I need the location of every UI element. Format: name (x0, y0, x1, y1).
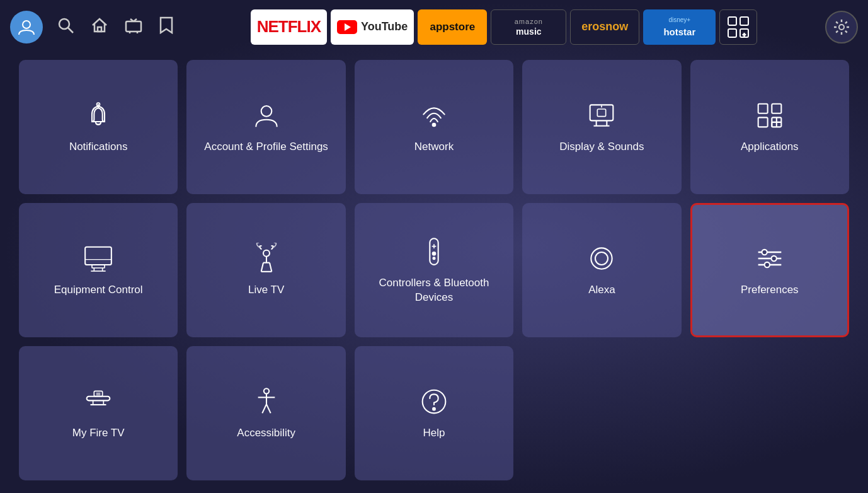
svg-point-0 (23, 21, 30, 28)
svg-rect-24 (598, 109, 606, 117)
svg-rect-26 (758, 104, 767, 113)
avatar[interactable] (10, 11, 43, 44)
amazon-music-bottom-label: music (516, 26, 541, 37)
svg-point-58 (764, 262, 769, 267)
svg-rect-27 (772, 104, 781, 113)
nav-left-icons (10, 11, 176, 44)
accessibility-label: Accessibility (237, 426, 295, 440)
settings-button[interactable] (825, 11, 858, 44)
svg-rect-34 (85, 247, 111, 265)
controllers-bluetooth-label: Controllers & Bluetooth Devices (362, 276, 506, 304)
svg-rect-10 (740, 17, 748, 25)
app-shortcuts: NETFLIX YouTube appstore amazon music er… (191, 9, 816, 45)
tile-alexa[interactable]: Alexa (522, 203, 681, 337)
svg-rect-9 (728, 17, 736, 25)
tile-network[interactable]: Network (355, 60, 513, 194)
top-navigation: NETFLIX YouTube appstore amazon music er… (0, 0, 868, 54)
tile-account-profile[interactable]: Account & Profile Settings (186, 60, 345, 194)
svg-rect-4 (126, 21, 141, 32)
svg-rect-59 (87, 397, 110, 401)
display-icon (586, 100, 617, 131)
hotstar-app-button[interactable]: disney+ hotstar (643, 9, 716, 45)
search-icon[interactable] (54, 14, 77, 40)
tile-preferences[interactable]: Preferences (690, 203, 849, 337)
appstore-app-button[interactable]: appstore (418, 9, 487, 45)
network-label: Network (414, 140, 454, 154)
tile-my-fire-tv[interactable]: My Fire TV (19, 346, 178, 480)
accessibility-icon (251, 386, 282, 417)
tv-icon[interactable] (122, 14, 145, 40)
svg-point-50 (433, 258, 435, 260)
preferences-label: Preferences (741, 283, 799, 297)
svg-rect-28 (758, 118, 767, 127)
bookmark-icon[interactable] (156, 14, 176, 40)
bell-icon (83, 100, 114, 131)
tile-applications[interactable]: Applications (690, 60, 849, 194)
hotstar-brand-label: hotstar (663, 26, 695, 37)
account-profile-label: Account & Profile Settings (204, 140, 328, 154)
more-apps-button[interactable] (719, 9, 757, 45)
help-icon (418, 386, 450, 417)
sliders-icon (754, 243, 785, 274)
svg-rect-63 (94, 392, 103, 397)
person-icon (251, 100, 282, 131)
svg-point-56 (762, 250, 767, 255)
tile-accessibility[interactable]: Accessibility (186, 346, 345, 480)
svg-point-51 (591, 248, 612, 269)
erosnow-label: erosnow (581, 20, 628, 33)
svg-point-18 (261, 106, 271, 117)
svg-point-49 (432, 252, 435, 255)
apps-grid-icon (754, 100, 785, 131)
youtube-app-button[interactable]: YouTube (331, 9, 414, 45)
tile-controllers-bluetooth[interactable]: Controllers & Bluetooth Devices (355, 203, 513, 337)
svg-point-19 (432, 124, 435, 127)
svg-point-72 (433, 408, 435, 410)
youtube-play-icon (337, 20, 357, 34)
tile-notifications[interactable]: Notifications (19, 60, 178, 194)
alexa-label: Alexa (588, 283, 615, 297)
monitor-icon (83, 243, 114, 274)
alexa-icon (586, 243, 617, 274)
svg-point-15 (839, 25, 844, 30)
appstore-label: appstore (430, 21, 475, 33)
youtube-label: YouTube (361, 20, 408, 33)
hotstar-top-label: disney+ (668, 16, 690, 23)
erosnow-app-button[interactable]: erosnow (570, 9, 639, 45)
tile-display-sounds[interactable]: Display & Sounds (522, 60, 681, 194)
notifications-label: Notifications (69, 140, 128, 154)
help-label: Help (423, 426, 445, 440)
svg-line-2 (68, 28, 73, 33)
wifi-icon (418, 100, 450, 131)
empty-slot-1 (522, 346, 681, 480)
amazon-music-top-label: amazon (515, 18, 543, 25)
empty-slot-2 (690, 346, 849, 480)
tile-live-tv[interactable]: Live TV (186, 203, 345, 337)
svg-point-66 (263, 389, 268, 394)
antenna-icon (251, 243, 282, 274)
svg-point-1 (59, 19, 69, 29)
netflix-app-button[interactable]: NETFLIX (251, 9, 327, 45)
svg-line-45 (270, 263, 271, 272)
applications-label: Applications (741, 140, 799, 154)
netflix-label: NETFLIX (257, 17, 321, 37)
fire-tv-settings-screen: NETFLIX YouTube appstore amazon music er… (0, 0, 868, 493)
svg-line-69 (262, 405, 266, 414)
amazon-music-app-button[interactable]: amazon music (491, 9, 566, 45)
svg-point-52 (595, 252, 608, 265)
svg-rect-3 (98, 27, 101, 32)
tile-help[interactable]: Help (355, 346, 513, 480)
remote-icon (418, 236, 450, 267)
svg-line-70 (266, 405, 271, 414)
svg-rect-11 (728, 29, 736, 37)
my-fire-tv-label: My Fire TV (72, 426, 125, 440)
svg-point-40 (263, 250, 270, 257)
tile-equipment-control[interactable]: Equipment Control (19, 203, 178, 337)
svg-rect-36 (92, 265, 105, 268)
live-tv-label: Live TV (248, 283, 284, 297)
equipment-control-label: Equipment Control (54, 283, 143, 297)
svg-line-44 (261, 263, 263, 272)
youtube-triangle (345, 23, 351, 31)
nav-right (825, 11, 858, 44)
home-icon[interactable] (88, 14, 111, 40)
firetv-icon (83, 386, 114, 417)
